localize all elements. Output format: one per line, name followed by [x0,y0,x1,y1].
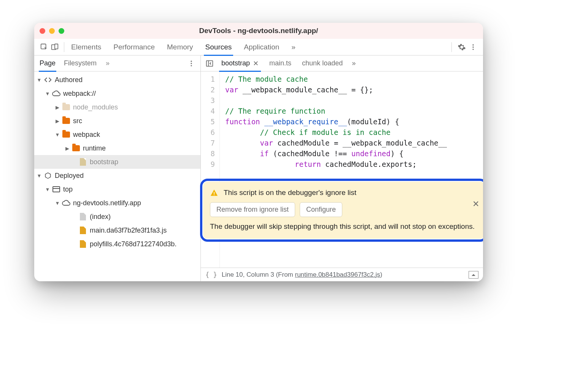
svg-point-6 [191,60,192,62]
warning-icon [210,189,218,197]
folder-icon [72,144,81,153]
folder-icon [62,116,71,125]
cursor-position: Line 10, Column 3 (From runtime.0b841bad… [222,271,382,279]
navigator-more-icon[interactable] [186,58,197,69]
tree-group-authored[interactable]: ▼ Authored [34,73,200,87]
disclosure-down-icon: ▼ [54,200,61,206]
navigator-tabs: Page Filesystem » [34,55,200,71]
body: Page Filesystem » ▼ Authored ▼ webpack:/… [34,55,483,281]
tab-elements[interactable]: Elements [71,39,101,55]
toggle-drawer-icon[interactable] [469,271,478,279]
tab-performance[interactable]: Performance [113,39,155,55]
navigator-tabs-overflow-icon[interactable]: » [106,59,110,67]
file-icon [78,157,87,166]
tree-item-src[interactable]: ▶ src [34,114,200,128]
kebab-menu-icon[interactable] [468,42,478,52]
remove-from-ignore-list-button[interactable]: Remove from ignore list [210,202,295,217]
svg-rect-11 [214,192,215,194]
tab-sources[interactable]: Sources [205,39,232,55]
navigator-tab-page[interactable]: Page [40,55,56,71]
folder-icon [62,130,71,139]
disclosure-right-icon: ▶ [64,146,71,151]
package-icon [43,171,52,180]
tab-application[interactable]: Application [244,39,279,55]
file-icon [78,239,87,249]
tree-item-domain[interactable]: ▼ ng-devtools.netlify.app [34,196,200,210]
disclosure-down-icon: ▼ [44,91,51,97]
folder-icon [62,103,71,112]
pretty-print-icon[interactable]: { } [205,271,217,279]
panel-tabs: Elements Performance Memory Sources Appl… [71,39,448,55]
source-map-link[interactable]: runtime.0b841bad3967f3c2.js [295,271,380,278]
file-icon [78,226,87,235]
tree-item-bootstrap[interactable]: bootstrap [34,155,200,169]
disclosure-down-icon: ▼ [54,132,61,138]
devtools-window: DevTools - ng-devtools.netlify.app/ Elem… [34,23,483,281]
device-toggle-icon[interactable] [49,42,60,52]
close-tab-icon[interactable]: ✕ [253,59,259,68]
tree-item-webpack[interactable]: ▼ webpack [34,128,200,141]
disclosure-right-icon: ▶ [54,105,61,110]
window-title: DevTools - ng-devtools.netlify.app/ [34,27,483,35]
configure-button[interactable]: Configure [300,202,342,217]
tree-group-deployed[interactable]: ▼ Deployed [34,169,200,182]
titlebar: DevTools - ng-devtools.netlify.app/ [34,23,483,39]
file-icon [78,212,87,221]
editor-tab-chunk-loaded[interactable]: chunk loaded [297,55,347,71]
cloud-icon [52,89,61,98]
editor-tab-main-ts[interactable]: main.ts [265,55,296,71]
svg-rect-12 [214,195,215,195]
banner-title: This script is on the debugger's ignore … [224,189,356,197]
gear-icon[interactable] [456,42,467,52]
tree-item-runtime[interactable]: ▶ runtime [34,141,200,155]
editor-pane: bootstrap ✕ main.ts chunk loaded » 12345… [201,55,483,281]
divider [64,42,64,52]
sources-sidebar: Page Filesystem » ▼ Authored ▼ webpack:/… [34,55,201,281]
frame-icon [52,185,61,194]
cloud-icon [62,198,71,208]
tree-item-webpack-root[interactable]: ▼ webpack:// [34,87,200,100]
svg-point-8 [191,65,192,66]
svg-rect-2 [55,44,58,49]
editor-statusbar: { } Line 10, Column 3 (From runtime.0b84… [201,268,483,281]
tree-item-top[interactable]: ▼ top [34,182,200,196]
file-tree: ▼ Authored ▼ webpack:// ▶ node_modules ▶ [34,71,200,281]
tabs-overflow-icon[interactable]: » [291,39,296,55]
svg-point-3 [472,44,474,45]
tab-memory[interactable]: Memory [167,39,193,55]
disclosure-down-icon: ▼ [44,187,51,192]
svg-point-7 [191,63,192,64]
inspect-icon[interactable] [39,42,49,52]
code-tag-icon [43,75,52,84]
close-banner-icon[interactable]: ✕ [472,199,479,209]
divider [451,42,452,52]
editor-tabs: bootstrap ✕ main.ts chunk loaded » [201,55,483,71]
navigator-tab-filesystem[interactable]: Filesystem [64,55,97,71]
svg-point-5 [472,49,474,50]
tree-item-index[interactable]: (index) [34,210,200,223]
tree-item-node-modules[interactable]: ▶ node_modules [34,100,200,114]
banner-description: The debugger will skip stepping through … [210,222,477,232]
svg-point-4 [472,46,474,48]
disclosure-down-icon: ▼ [36,173,43,179]
tree-item-main-js[interactable]: main.da63f7b2fe3f1fa3.js [34,223,200,237]
editor-tabs-overflow-icon[interactable]: » [349,55,359,71]
disclosure-right-icon: ▶ [54,118,61,124]
editor-tab-bootstrap[interactable]: bootstrap ✕ [217,55,263,71]
tree-item-polyfills[interactable]: polyfills.4c768d7122740d3b. [34,237,200,251]
disclosure-down-icon: ▼ [36,77,43,83]
ignore-list-banner: This script is on the debugger's ignore … [200,179,483,242]
main-toolbar: Elements Performance Memory Sources Appl… [34,39,483,55]
toggle-navigator-icon[interactable] [204,59,215,68]
